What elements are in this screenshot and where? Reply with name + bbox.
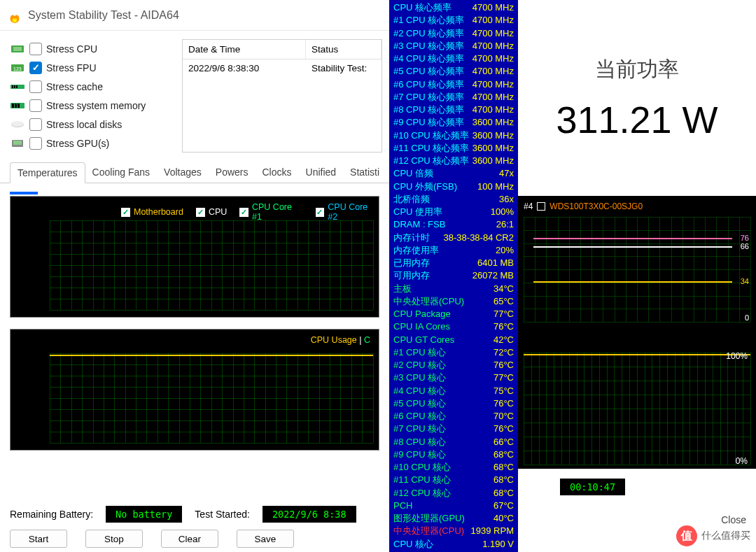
hwmon-row: 中央处理器(CPU)1939 RPM	[393, 525, 514, 537]
watermark-icon: 值	[676, 525, 697, 546]
power-value: 311.21 W	[556, 98, 718, 141]
drive-index: #4	[524, 201, 533, 211]
hwmon-row: #2 CPU 核心76°C	[393, 359, 514, 371]
stress-checkbox[interactable]	[29, 137, 42, 150]
legend-checkbox[interactable]	[316, 208, 325, 217]
hwmon-row: #5 CPU 核心频率4700 MHz	[393, 65, 514, 78]
button-bar: Start Stop Clear Save	[10, 530, 294, 548]
power-panel: 当前功率 311.21 W	[518, 0, 756, 196]
svg-rect-7	[16, 85, 18, 88]
reading-label: 34	[741, 277, 749, 285]
save-button[interactable]: Save	[237, 530, 294, 548]
log-header-date[interactable]: Date & Time	[183, 40, 306, 59]
stress-icon: 123	[10, 63, 25, 73]
stress-label: Stress GPU(s)	[46, 138, 109, 149]
usage-line	[50, 355, 373, 356]
flame-icon	[8, 8, 21, 23]
stress-checkbox[interactable]	[29, 80, 42, 93]
hwmon-row: #7 CPU 核心76°C	[393, 423, 514, 435]
clear-button[interactable]: Clear	[161, 530, 218, 548]
stop-button[interactable]: Stop	[85, 530, 143, 548]
tabs: TemperaturesCooling FansVoltagesPowersCl…	[0, 162, 389, 183]
tab-statisti[interactable]: Statisti	[343, 162, 386, 183]
hwmon-row: #3 CPU 核心77°C	[393, 371, 514, 384]
watermark: 值 什么值得买	[676, 525, 750, 546]
hwmon-row: 可用内存26072 MB	[393, 269, 514, 282]
hwmon-row: DRAM : FSB26:1	[393, 218, 514, 231]
window-title: System Stability Test - AIDA64	[28, 9, 179, 22]
hwmon-row: #8 CPU 核心66°C	[393, 436, 514, 448]
tab-voltages[interactable]: Voltages	[157, 162, 209, 183]
hwmon-row: CPU 外频(FSB)100 MHz	[393, 181, 514, 193]
usage-y-top: 100%	[0, 349, 6, 359]
aida64-window: System Stability Test - AIDA64 Stress CP…	[0, 0, 389, 552]
y-axis-top: 100°C	[0, 215, 6, 225]
usage-y-bot: 0%	[0, 436, 6, 446]
reading-label: 76	[741, 234, 749, 242]
legend-checkbox[interactable]	[121, 208, 130, 217]
drive-temp-chart: #4 WDS100T3X0C-00SJG0 0 76766634	[518, 196, 756, 329]
svg-rect-15	[13, 141, 22, 145]
svg-text:123: 123	[13, 66, 22, 71]
right-usage-chart: 100% 0%	[518, 329, 756, 469]
svg-rect-6	[14, 85, 15, 88]
hwmon-row: #11 CPU 核心频率3600 MHz	[393, 142, 514, 155]
log-cell-date: 2022/9/6 8:38:30	[183, 59, 306, 77]
stress-icon	[10, 82, 25, 92]
stress-checkbox[interactable]	[29, 118, 42, 131]
hwmon-row: #12 CPU 核心频率3600 MHz	[393, 155, 514, 167]
ru-bot-r: 0%	[736, 456, 748, 466]
hwmon-row: #4 CPU 核心75°C	[393, 385, 514, 397]
hwmon-row: #11 CPU 核心68°C	[393, 474, 514, 486]
hwmon-row: CPU IA Cores76°C	[393, 320, 514, 333]
hwmon-row: 中央处理器(CPU)65°C	[393, 295, 514, 308]
rc-y0: 0	[745, 313, 749, 322]
stress-label: Stress local disks	[46, 119, 122, 130]
hwmon-row: #9 CPU 核心68°C	[393, 448, 514, 461]
close-button[interactable]: Close	[721, 514, 746, 525]
legend-label: CPU	[209, 207, 227, 217]
hwmon-row: #10 CPU 核心68°C	[393, 461, 514, 474]
ru-top-r: 100%	[726, 351, 748, 361]
hwmon-row: CPU GT Cores42°C	[393, 334, 514, 346]
tab-unified[interactable]: Unified	[299, 162, 344, 183]
stress-label: Stress FPU	[46, 62, 97, 73]
usage-line-right	[524, 354, 750, 355]
log-row[interactable]: 2022/9/6 8:38:30 Stability Test:	[183, 59, 382, 77]
legend-checkbox[interactable]	[239, 208, 248, 217]
hwmon-row: #8 CPU 核心频率4700 MHz	[393, 104, 514, 116]
hwmon-row: #1 CPU 核心72°C	[393, 346, 514, 359]
svg-point-13	[11, 121, 24, 127]
status-bar: Remaining Battery: No battery Test Start…	[10, 506, 356, 523]
tab-temperatures[interactable]: Temperatures	[10, 162, 85, 183]
stress-checkbox[interactable]	[29, 62, 42, 74]
stress-icon	[10, 101, 25, 111]
start-button[interactable]: Start	[10, 530, 67, 548]
hwmon-row: 已用内存6401 MB	[393, 257, 514, 269]
hwmon-row: #9 CPU 核心频率3600 MHz	[393, 116, 514, 129]
tab-cooling fans[interactable]: Cooling Fans	[85, 162, 158, 183]
stress-checkbox[interactable]	[29, 99, 42, 112]
stress-checkbox[interactable]	[29, 43, 42, 55]
hwmon-row: #6 CPU 核心70°C	[393, 410, 514, 423]
battery-label: Remaining Battery:	[10, 509, 93, 520]
hwmon-row: #3 CPU 核心频率4700 MHz	[393, 40, 514, 52]
tab-clocks[interactable]: Clocks	[255, 162, 299, 183]
reading-label: 66	[741, 242, 749, 250]
stress-icon	[10, 44, 25, 54]
hwmon-row: #12 CPU 核心68°C	[393, 487, 514, 500]
svg-rect-5	[12, 85, 13, 88]
svg-rect-9	[12, 104, 14, 108]
power-label: 当前功率	[595, 55, 679, 84]
hardware-monitor-panel: CPU 核心频率4700 MHz#1 CPU 核心频率4700 MHz#2 CP…	[389, 0, 518, 552]
hwmon-row: #5 CPU 核心76°C	[393, 397, 514, 410]
tab-powers[interactable]: Powers	[209, 162, 255, 183]
legend-label: CPU Core #2	[328, 202, 379, 222]
stress-options: Stress CPU123 Stress FPU Stress cache St…	[10, 39, 175, 153]
hwmon-row: CPU Package77°C	[393, 308, 514, 320]
log-header-status[interactable]: Status	[306, 40, 382, 59]
legend-square-icon	[537, 202, 545, 211]
hwmon-row: #10 CPU 核心频率3600 MHz	[393, 129, 514, 142]
hwmon-row: 主板34°C	[393, 283, 514, 295]
legend-checkbox[interactable]	[196, 208, 205, 217]
